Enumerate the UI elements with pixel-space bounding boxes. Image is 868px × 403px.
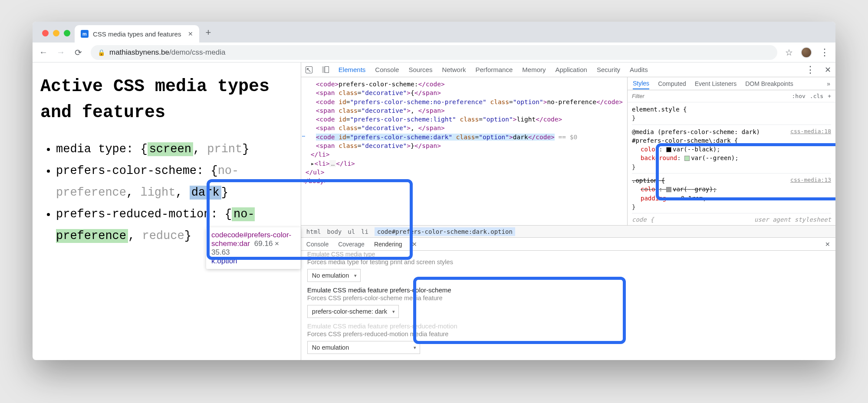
source-link[interactable]: css-media:18: [790, 128, 831, 136]
reload-button[interactable]: ⟳: [73, 47, 83, 58]
css-rule-media[interactable]: css-media:18 @media (prefers-color-schem…: [632, 127, 831, 174]
back-button[interactable]: ←: [39, 47, 48, 57]
page-content: Active CSS media types and features medi…: [33, 62, 301, 360]
option-dark-selected: dark: [190, 186, 221, 200]
css-rule[interactable]: css-media:13 .option { color: var(--gray…: [632, 175, 831, 213]
event-listeners-tab[interactable]: Event Listeners: [695, 80, 737, 87]
tab-network[interactable]: Network: [442, 66, 466, 73]
elements-tree[interactable]: <code>prefers-color-scheme:</code> <span…: [301, 77, 627, 225]
tab-security[interactable]: Security: [597, 66, 620, 73]
device-toolbar-icon[interactable]: [322, 66, 329, 73]
address-bar[interactable]: 🔒 mathiasbynens.be/demo/css-media: [91, 45, 777, 60]
browser-menu-icon[interactable]: ⋮: [820, 47, 829, 58]
tab-application[interactable]: Application: [555, 66, 587, 73]
section-title: Emulate CSS media feature prefers-color-…: [307, 286, 829, 294]
tab-console[interactable]: Console: [375, 66, 399, 73]
tab-memory[interactable]: Memory: [522, 66, 546, 73]
devtools-menu-icon[interactable]: ⋮: [806, 64, 815, 75]
hov-toggle[interactable]: :hov: [792, 93, 806, 99]
source-link[interactable]: css-media:13: [790, 176, 831, 184]
styles-panel: Styles Computed Event Listeners DOM Brea…: [627, 77, 835, 225]
tab-close-icon[interactable]: ✕: [188, 30, 193, 37]
tab-performance[interactable]: Performance: [475, 66, 513, 73]
tab-title: CSS media types and features: [93, 30, 181, 38]
styles-tab[interactable]: Styles: [633, 80, 649, 89]
prefers-color-scheme-select[interactable]: prefers-color-scheme: dark: [307, 305, 399, 318]
inspect-tooltip: codecode#prefers-color-scheme:dar69.16 ×…: [206, 227, 301, 269]
styles-filter-input[interactable]: [632, 93, 788, 99]
window-minimize-button[interactable]: [53, 30, 59, 36]
computed-tab[interactable]: Computed: [658, 80, 686, 87]
url-host: mathiasbynens.be: [109, 48, 169, 56]
devtools-main-tabs: ↖ Elements Console Sources Network Perfo…: [301, 62, 835, 77]
tab-audits[interactable]: Audits: [630, 66, 648, 73]
lock-icon: 🔒: [98, 49, 105, 56]
more-tabs-icon[interactable]: »: [827, 80, 830, 87]
cls-toggle[interactable]: .cls: [810, 93, 823, 99]
drawer-tab-console[interactable]: Console: [306, 241, 329, 248]
drawer-tab-close-icon[interactable]: ✕: [412, 241, 417, 248]
prefers-reduced-motion-select[interactable]: No emulation: [307, 341, 420, 354]
devtools-panel: ↖ Elements Console Sources Network Perfo…: [301, 62, 835, 360]
devtools-close-icon[interactable]: ✕: [825, 65, 831, 75]
list-item: prefers-color-scheme: {no-preference, li…: [56, 161, 293, 204]
profile-avatar[interactable]: [801, 47, 812, 58]
window-maximize-button[interactable]: [64, 30, 70, 36]
option-active: screen: [148, 142, 193, 156]
devtools-drawer: Console Coverage Rendering ✕ ✕ Emulate C…: [301, 237, 835, 360]
drawer-tab-coverage[interactable]: Coverage: [338, 241, 365, 248]
forward-button[interactable]: →: [56, 47, 66, 57]
url-path: /demo/css-media: [169, 48, 225, 56]
list-item: media type: {screen, print}: [56, 139, 293, 161]
drawer-close-icon[interactable]: ✕: [825, 241, 830, 248]
browser-tab[interactable]: m CSS media types and features ✕: [75, 25, 199, 43]
section-subtitle: Forces CSS prefers-color-scheme media fe…: [307, 295, 829, 301]
page-heading: Active CSS media types and features: [40, 74, 293, 126]
css-rule[interactable]: user agent stylesheet code {: [632, 215, 831, 224]
tab-sources[interactable]: Sources: [408, 66, 432, 73]
inspect-element-icon[interactable]: ↖: [306, 66, 312, 73]
dom-breakpoints-tab[interactable]: DOM Breakpoints: [745, 80, 793, 87]
toolbar: ← → ⟳ 🔒 mathiasbynens.be/demo/css-media …: [33, 43, 835, 62]
media-type-select[interactable]: No emulation: [307, 269, 361, 282]
section-subtitle: Forces CSS prefers-reduced-motion media …: [307, 331, 829, 337]
bookmark-icon[interactable]: ☆: [785, 47, 793, 58]
section-subtitle: Forces media type for testing print and …: [307, 259, 829, 265]
browser-tab-bar: m CSS media types and features ✕ +: [33, 22, 835, 43]
elements-breadcrumb[interactable]: html body ul li code#prefers-color-schem…: [301, 225, 835, 237]
new-rule-button[interactable]: +: [828, 93, 831, 99]
css-rule[interactable]: element.style { }: [632, 104, 831, 125]
new-tab-button[interactable]: +: [199, 27, 217, 43]
window-close-button[interactable]: [42, 30, 49, 36]
tab-elements[interactable]: Elements: [339, 66, 366, 73]
favicon-icon: m: [81, 30, 89, 38]
section-title-cut: Emulate CSS media type: [307, 251, 829, 258]
drawer-tab-rendering[interactable]: Rendering: [374, 241, 402, 248]
section-title-cut: Emulate CSS media feature prefers-reduce…: [307, 322, 829, 330]
